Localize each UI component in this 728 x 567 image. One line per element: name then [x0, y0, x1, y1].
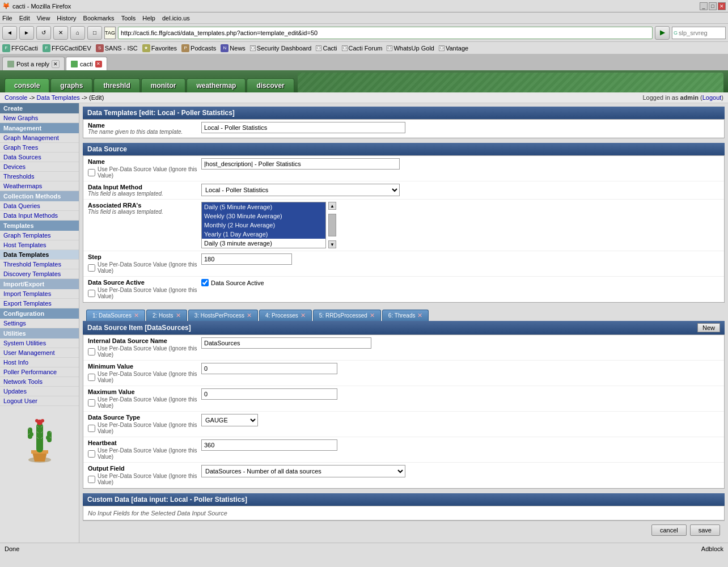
bookmark-sans[interactable]: S SANS - ISC [96, 44, 138, 52]
maximize-button[interactable]: □ [709, 2, 717, 10]
sidebar-item-weathermaps[interactable]: Weathermaps [0, 181, 79, 191]
sidebar-item-updates[interactable]: Updates [0, 387, 79, 396]
close-button[interactable]: ✕ [718, 2, 726, 10]
tab-close-cacti[interactable]: ✕ [95, 61, 102, 67]
menu-edit[interactable]: Edit [19, 15, 30, 22]
internal-name-input[interactable] [201, 337, 371, 349]
nav-tab-monitor[interactable]: monitor [141, 78, 186, 92]
rra-scroll-down[interactable]: ▼ [328, 240, 336, 248]
breadcrumb-data-templates[interactable]: Data Templates [37, 94, 80, 101]
bookmark-ffgcactidev[interactable]: F FFGCactiDEV [43, 44, 91, 52]
di-tab-rrdsprocessed[interactable]: 5: RRDsProcessed ✕ [313, 310, 381, 321]
sidebar-item-threshold-templates[interactable]: Threshold Templates [0, 260, 79, 269]
search-input[interactable] [679, 29, 724, 36]
bookmark-ffgcacti[interactable]: F FFGCacti [2, 44, 38, 52]
bookmark-cacti[interactable]: ☐ Cacti [316, 45, 337, 52]
sidebar-item-discovery-templates[interactable]: Discovery Templates [0, 269, 79, 279]
bookmark-this-button[interactable]: □ [87, 26, 102, 40]
menu-tools[interactable]: Tools [121, 15, 136, 22]
sidebar-item-settings[interactable]: Settings [0, 319, 79, 328]
menu-delicious[interactable]: del.icio.us [162, 15, 190, 22]
nav-tab-graphs[interactable]: graphs [50, 78, 92, 92]
menu-file[interactable]: File [2, 15, 12, 22]
tag-button[interactable]: TAG [104, 27, 116, 39]
output-field-select[interactable]: DataSources - Number of all data sources [201, 465, 405, 477]
logout-link[interactable]: Logout [702, 94, 722, 101]
max-value-input[interactable] [201, 388, 337, 400]
rra-scroll-thumb[interactable] [328, 214, 336, 236]
bookmark-podcasts[interactable]: P Podcasts [181, 44, 216, 52]
rra-item-monthly-2[interactable]: Monthly (2 Hour Average) [202, 221, 325, 230]
sidebar-item-data-input[interactable]: Data Input Methods [0, 211, 79, 221]
nav-tab-weathermap[interactable]: weathermap [187, 78, 246, 92]
ds-active-checkbox[interactable] [88, 290, 95, 297]
sidebar-item-logout-user[interactable]: Logout User [0, 396, 79, 406]
di-tab-hostsperprocess[interactable]: 3: HostsPerProcess ✕ [188, 310, 258, 321]
ds-name-checkbox[interactable] [88, 169, 95, 176]
home-button[interactable]: ⌂ [70, 26, 85, 40]
rra-listbox[interactable]: Daily (5 Minute Average) Weekly (30 Minu… [201, 202, 326, 248]
sidebar-item-system-utilities[interactable]: System Utilities [0, 338, 79, 348]
bookmark-security[interactable]: ☐ Security Dashboard [250, 45, 312, 52]
sidebar-item-host-templates[interactable]: Host Templates [0, 240, 79, 250]
breadcrumb-console[interactable]: Console [5, 94, 27, 101]
output-field-checkbox[interactable] [88, 476, 95, 483]
ds-active-value-checkbox[interactable] [201, 279, 209, 286]
data-input-method-select[interactable]: Local - Poller Statistics [201, 184, 400, 196]
sidebar-item-devices[interactable]: Devices [0, 162, 79, 172]
name-input[interactable] [201, 122, 405, 133]
tab-cacti[interactable]: cacti ✕ [66, 57, 107, 70]
menu-history[interactable]: History [57, 15, 76, 22]
menu-view[interactable]: View [37, 15, 50, 22]
cancel-button[interactable]: cancel [651, 524, 687, 536]
rra-item-weekly-30[interactable]: Weekly (30 Minute Average) [202, 211, 325, 221]
back-button[interactable]: ◄ [2, 26, 17, 40]
bookmark-whatsup[interactable]: ☐ WhatsUp Gold [387, 45, 434, 52]
ds-type-checkbox[interactable] [88, 425, 95, 432]
minimize-button[interactable]: _ [700, 2, 708, 10]
sidebar-item-user-management[interactable]: User Management [0, 348, 79, 358]
di-tab-threads-close[interactable]: ✕ [417, 312, 422, 319]
di-tab-rrdsprocessed-close[interactable]: ✕ [370, 312, 375, 319]
di-tab-datasources[interactable]: 1: DataSources ✕ [86, 310, 145, 321]
menu-bookmarks[interactable]: Bookmarks [83, 15, 115, 22]
bookmark-news[interactable]: N News [221, 44, 246, 52]
heartbeat-input[interactable] [201, 439, 337, 451]
sidebar-item-poller-performance[interactable]: Poller Performance [0, 367, 79, 377]
nav-tab-threshld[interactable]: threshld [94, 78, 139, 92]
bookmark-cacti-forum[interactable]: ☐ Cacti Forum [342, 45, 383, 52]
sidebar-item-thresholds[interactable]: Thresholds [0, 172, 79, 181]
sidebar-item-network-tools[interactable]: Network Tools [0, 377, 79, 387]
sidebar-item-data-queries[interactable]: Data Queries [0, 201, 79, 211]
rra-item-daily-5[interactable]: Daily (5 Minute Average) [202, 202, 325, 211]
go-button[interactable]: ▶ [655, 26, 670, 40]
sidebar-item-graph-management[interactable]: Graph Management [0, 133, 79, 143]
ds-type-select[interactable]: GAUGE COUNTER DERIVE ABSOLUTE [201, 414, 258, 426]
sidebar-item-new-graphs[interactable]: New Graphs [0, 113, 79, 123]
bookmark-vantage[interactable]: ☐ Vantage [439, 45, 468, 52]
ds-name-input[interactable] [201, 158, 400, 170]
min-value-input[interactable] [201, 363, 337, 374]
save-button[interactable]: save [690, 524, 720, 536]
sidebar-item-host-info[interactable]: Host Info [0, 358, 79, 367]
internal-name-checkbox[interactable] [88, 348, 95, 356]
min-value-checkbox[interactable] [88, 374, 95, 381]
step-input[interactable] [201, 253, 292, 265]
tab-post-reply[interactable]: Post a reply ✕ [2, 57, 65, 70]
url-bar[interactable] [118, 27, 653, 39]
bookmark-favorites[interactable]: ★ Favorites [142, 44, 177, 52]
reload-button[interactable]: ↺ [36, 26, 51, 40]
new-button[interactable]: New [697, 323, 720, 332]
window-controls[interactable]: _ □ ✕ [700, 2, 726, 10]
rra-item-daily-3[interactable]: Daily (3 minute average) [202, 239, 325, 248]
sidebar-item-graph-trees[interactable]: Graph Trees [0, 143, 79, 153]
sidebar-item-data-templates[interactable]: Data Templates [0, 250, 79, 260]
sidebar-item-import-templates[interactable]: Import Templates [0, 289, 79, 299]
nav-tab-console[interactable]: console [5, 78, 49, 92]
di-tab-hosts-close[interactable]: ✕ [176, 312, 181, 319]
stop-button[interactable]: ✕ [53, 26, 68, 40]
menu-help[interactable]: Help [142, 15, 155, 22]
forward-button[interactable]: ► [19, 26, 34, 40]
di-tab-processes-close[interactable]: ✕ [300, 312, 306, 319]
sidebar-item-graph-templates[interactable]: Graph Templates [0, 231, 79, 240]
